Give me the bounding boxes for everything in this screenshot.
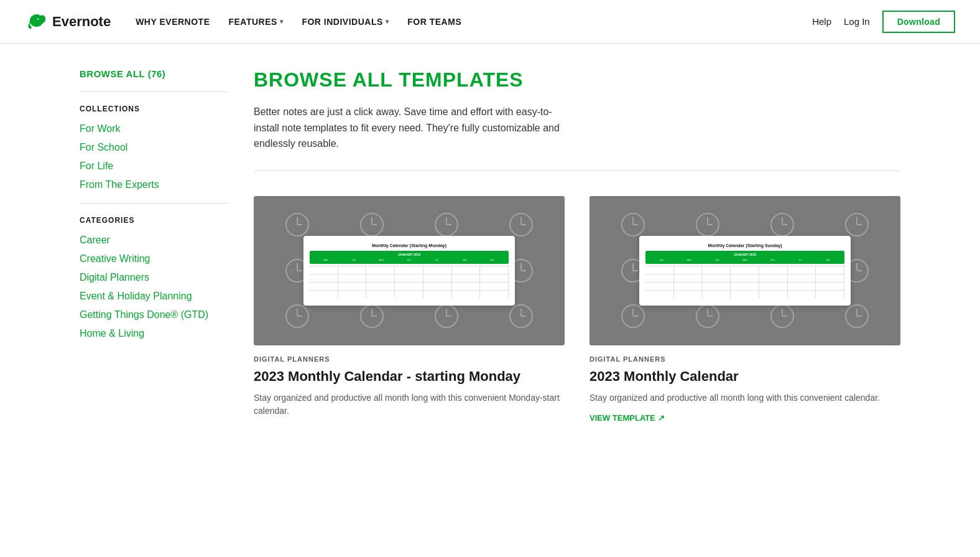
sidebar-item-for-life[interactable]: For Life (80, 161, 229, 172)
sidebar-item-for-work[interactable]: For Work (80, 123, 229, 134)
preview-cal-header-1: JANUARY 2023 Mon Tue Wed Thu Fri Sat Sun (310, 251, 509, 264)
evernote-logo-icon (25, 11, 47, 33)
content-divider (254, 171, 900, 171)
logo-link[interactable]: Evernote (25, 11, 111, 33)
header-actions: Help Log In Download (812, 11, 955, 33)
page-description: Better notes are just a click away. Save… (254, 104, 577, 152)
nav-why-evernote[interactable]: WHY EVERNOTE (136, 17, 210, 27)
sidebar-item-digital-planners[interactable]: Digital Planners (80, 272, 229, 283)
download-button[interactable]: Download (882, 11, 955, 33)
svg-point-1 (29, 21, 34, 24)
template-card-1[interactable]: Monthly Calendar (Starting Monday) JANUA… (254, 196, 565, 426)
sidebar-divider-2 (80, 203, 229, 204)
calendar-preview-1: Monthly Calendar (Starting Monday) JANUA… (303, 236, 515, 306)
nav-for-teams[interactable]: FOR TEAMS (407, 17, 461, 27)
preview-title-1: Monthly Calendar (Starting Monday) (310, 243, 509, 248)
preview-month-2: JANUARY 2023 (648, 253, 842, 256)
sidebar-item-gtd[interactable]: Getting Things Done® (GTD) (80, 309, 229, 321)
template-grid: Monthly Calendar (Starting Monday) JANUA… (254, 196, 900, 426)
site-header: Evernote WHY EVERNOTE FEATURES ▾ FOR IND… (0, 0, 980, 44)
template-title-1: 2023 Monthly Calendar - starting Monday (254, 368, 565, 386)
template-thumb-1: Monthly Calendar (Starting Monday) JANUA… (254, 196, 565, 345)
template-category-1: DIGITAL PLANNERS (254, 355, 565, 363)
login-link[interactable]: Log In (844, 16, 870, 27)
collections-title: COLLECTIONS (80, 105, 229, 113)
categories-title: CATEGORIES (80, 216, 229, 225)
template-desc-2: Stay organized and productive all month … (589, 391, 900, 405)
help-link[interactable]: Help (812, 16, 831, 27)
preview-title-2: Monthly Calendar (Starting Sunday) (645, 243, 844, 248)
sidebar-item-home-living[interactable]: Home & Living (80, 328, 229, 339)
preview-rows-1 (310, 266, 509, 298)
preview-days-1: Mon Tue Wed Thu Fri Sat Sun (312, 258, 506, 262)
view-template-link-2[interactable]: VIEW TEMPLATE ↗ (589, 413, 665, 423)
preview-month-1: JANUARY 2023 (312, 253, 506, 256)
sidebar-item-event-holiday[interactable]: Event & Holiday Planning (80, 291, 229, 302)
nav-features[interactable]: FEATURES ▾ (228, 17, 283, 27)
template-title-2: 2023 Monthly Calendar (589, 368, 900, 386)
sidebar-item-for-school[interactable]: For School (80, 142, 229, 153)
preview-cal-header-2: JANUARY 2023 Sun Mon Tue Wed Thu Fri Sat (645, 251, 844, 264)
template-desc-1: Stay organized and productive all month … (254, 391, 565, 418)
template-category-2: DIGITAL PLANNERS (589, 355, 900, 363)
sidebar-item-career[interactable]: Career (80, 235, 229, 246)
svg-point-4 (38, 18, 39, 19)
sidebar-item-from-the-experts[interactable]: From The Experts (80, 179, 229, 190)
browse-all-link[interactable]: BROWSE ALL (76) (80, 68, 229, 79)
for-individuals-chevron-icon: ▾ (386, 18, 389, 25)
main-nav: WHY EVERNOTE FEATURES ▾ FOR INDIVIDUALS … (136, 17, 812, 27)
preview-rows-2 (645, 266, 844, 298)
main-content: BROWSE ALL TEMPLATES Better notes are ju… (254, 68, 900, 425)
logo-text: Evernote (52, 14, 111, 30)
calendar-preview-2: Monthly Calendar (Starting Sunday) JANUA… (639, 236, 851, 306)
page-title: BROWSE ALL TEMPLATES (254, 68, 900, 91)
template-card-2[interactable]: Monthly Calendar (Starting Sunday) JANUA… (589, 196, 900, 426)
preview-days-2: Sun Mon Tue Wed Thu Fri Sat (648, 258, 842, 262)
template-thumb-2: Monthly Calendar (Starting Sunday) JANUA… (589, 196, 900, 345)
sidebar-divider-1 (80, 91, 229, 92)
nav-for-individuals[interactable]: FOR INDIVIDUALS ▾ (302, 17, 389, 27)
sidebar: BROWSE ALL (76) COLLECTIONS For Work For… (80, 68, 254, 425)
sidebar-item-creative-writing[interactable]: Creative Writing (80, 253, 229, 264)
svg-point-2 (39, 15, 45, 23)
features-chevron-icon: ▾ (280, 18, 284, 25)
main-layout: BROWSE ALL (76) COLLECTIONS For Work For… (55, 44, 925, 425)
